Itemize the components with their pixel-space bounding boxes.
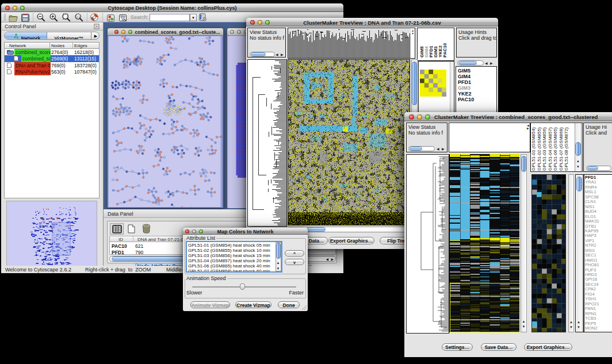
svg-text:1:1: 1:1 — [76, 16, 81, 18]
